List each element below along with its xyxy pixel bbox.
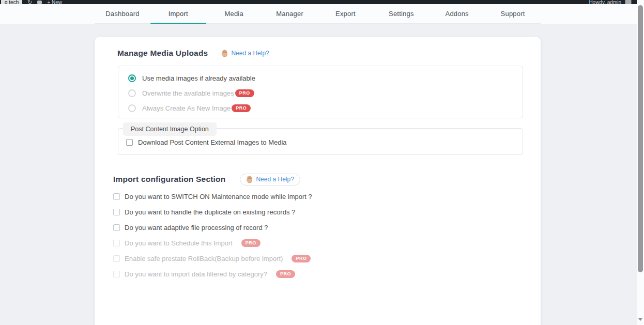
admin-bar-left: g tech ↻ + New	[1, 0, 62, 4]
checkbox-icon[interactable]	[113, 193, 120, 200]
pro-badge: PRO	[232, 104, 251, 112]
admin-bar-right: Howdy, admin	[589, 0, 632, 4]
checkbox-icon[interactable]	[113, 271, 120, 277]
checkbox-icon[interactable]	[126, 139, 133, 146]
option-adaptive-processing[interactable]: Do you want adaptive file processing of …	[113, 223, 523, 231]
import-section-header: Import configuration Section Need a Help…	[113, 174, 523, 185]
import-settings-card: Manage Media Uploads Need a Help? Use	[95, 37, 541, 325]
checkbox-icon[interactable]	[113, 255, 120, 262]
option-label: Enable safe prestate RollBack(Backup bef…	[125, 255, 283, 262]
media-help-link[interactable]: Need a Help?	[221, 50, 269, 57]
pro-badge: PRO	[241, 239, 260, 247]
radio-selected-icon[interactable]	[128, 74, 136, 82]
site-name-badge[interactable]: g tech	[1, 0, 22, 4]
media-radio-panel: Use media images if already available Ov…	[118, 66, 523, 118]
radio-label: Use media images if already available	[142, 74, 255, 82]
tab-export[interactable]: Export	[318, 4, 374, 23]
checkbox-download-external-images[interactable]: Download Post Content External Images to…	[126, 138, 515, 146]
plugin-nav: Dashboard Import Media Manager Export Se…	[0, 4, 637, 24]
new-content-button[interactable]: + New	[47, 0, 62, 4]
tab-settings[interactable]: Settings	[373, 4, 429, 23]
option-safe-rollback[interactable]: Enable safe prestate RollBack(Backup bef…	[113, 254, 523, 262]
post-content-legend: Post Content Image Option	[123, 122, 217, 136]
comments-icon[interactable]	[37, 1, 42, 4]
updates-icon[interactable]: ↻	[27, 0, 32, 4]
import-options-list: Do you want to SWITCH ON Maintenance mod…	[113, 192, 523, 278]
option-handle-duplicates[interactable]: Do you want to handle the duplicate on e…	[113, 208, 523, 216]
checkbox-icon[interactable]	[113, 240, 120, 246]
pro-badge: PRO	[292, 255, 311, 262]
pro-badge: PRO	[276, 270, 295, 278]
option-label: Do you want to SWITCH ON Maintenance mod…	[125, 193, 312, 200]
tab-support[interactable]: Support	[485, 4, 541, 23]
media-help-label: Need a Help?	[231, 50, 269, 57]
checkbox-label: Download Post Content External Images to…	[138, 138, 287, 146]
option-schedule-import[interactable]: Do you want to Schedule this Import PRO	[113, 239, 523, 247]
radio-label: Always Create As New Image	[142, 104, 231, 112]
option-label: Do you want adaptive file processing of …	[125, 224, 268, 231]
scrollbar-thumb[interactable]	[638, 5, 643, 272]
tab-addons[interactable]: Addons	[429, 4, 485, 23]
option-label: Do you want to Schedule this Import	[125, 239, 233, 247]
media-section-title: Manage Media Uploads	[117, 49, 208, 58]
hand-icon	[221, 50, 228, 57]
option-label: Do you want to handle the duplicate on e…	[125, 208, 295, 216]
hand-icon	[246, 176, 253, 183]
radio-unselected-icon[interactable]	[128, 104, 136, 112]
tab-manager[interactable]: Manager	[262, 4, 318, 23]
plugin-nav-tabs: Dashboard Import Media Manager Export Se…	[95, 4, 541, 24]
radio-unselected-icon[interactable]	[128, 89, 136, 97]
import-help-label: Need a Help?	[256, 176, 294, 183]
wp-admin-bar: g tech ↻ + New Howdy, admin	[0, 0, 637, 4]
option-filter-by-category[interactable]: Do you want to import data filtered by c…	[113, 270, 523, 278]
radio-use-media-images[interactable]: Use media images if already available	[128, 74, 513, 82]
radio-label: Overwrite the available images	[142, 89, 234, 97]
tab-media[interactable]: Media	[206, 4, 262, 23]
checkbox-icon[interactable]	[113, 209, 120, 215]
scrollbar[interactable]	[637, 0, 644, 325]
radio-overwrite-images[interactable]: Overwrite the available images PRO	[128, 89, 513, 97]
radio-always-create-new[interactable]: Always Create As New Image PRO	[128, 104, 513, 112]
import-section-title: Import configuration Section	[113, 175, 225, 184]
tab-import[interactable]: Import	[150, 4, 206, 23]
import-help-button[interactable]: Need a Help?	[240, 174, 300, 185]
tab-dashboard[interactable]: Dashboard	[95, 4, 150, 23]
pro-badge: PRO	[235, 89, 254, 97]
avatar[interactable]	[625, 0, 632, 4]
media-section-header: Manage Media Uploads Need a Help?	[117, 48, 523, 58]
option-label: Do you want to import data filtered by c…	[125, 270, 267, 278]
checkbox-icon[interactable]	[113, 224, 120, 231]
howdy-admin-label[interactable]: Howdy, admin	[589, 0, 621, 4]
post-content-image-box: Post Content Image Option Download Post …	[118, 128, 523, 155]
option-maintenance-mode[interactable]: Do you want to SWITCH ON Maintenance mod…	[113, 192, 523, 200]
scrollbar-down-arrow[interactable]	[638, 318, 642, 321]
